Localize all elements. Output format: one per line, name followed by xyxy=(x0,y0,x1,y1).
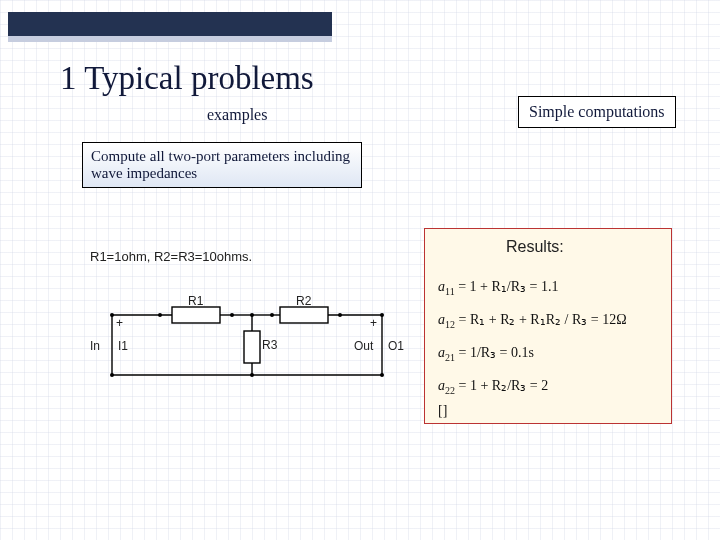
in-port-label: In xyxy=(90,339,100,353)
o1-label: O1 xyxy=(388,339,404,353)
svg-point-12 xyxy=(110,313,114,317)
results-title: Results: xyxy=(506,238,564,256)
svg-point-21 xyxy=(338,313,342,317)
svg-rect-1 xyxy=(172,307,220,323)
eq-a22: a22 = 1 + R₂/R₃ = 2 xyxy=(438,377,548,396)
header-bar xyxy=(8,12,332,42)
svg-point-13 xyxy=(110,373,114,377)
out-port-label: Out xyxy=(354,339,374,353)
circuit-diagram: R1 R2 R3 + + In I1 Out O1 xyxy=(82,295,412,405)
plus-right: + xyxy=(370,316,377,330)
r1-label: R1 xyxy=(188,295,204,308)
i1-label: I1 xyxy=(118,339,128,353)
svg-point-19 xyxy=(230,313,234,317)
svg-rect-4 xyxy=(280,307,328,323)
eq-bracket: [] xyxy=(438,403,447,419)
circuit-values-caption: R1=1ohm, R2=R3=10ohms. xyxy=(90,249,252,264)
simple-computations-box: Simple computations xyxy=(518,96,676,128)
svg-rect-11 xyxy=(244,331,260,363)
eq-a12: a12 = R₁ + R₂ + R₁R₂ / R₃ = 12Ω xyxy=(438,311,627,330)
svg-point-15 xyxy=(250,373,254,377)
eq-a21: a21 = 1/R₃ = 0.1s xyxy=(438,344,534,363)
svg-point-20 xyxy=(270,313,274,317)
slide-subtitle: examples xyxy=(207,106,267,124)
task-statement-box: Compute all two-port parameters includin… xyxy=(82,142,362,188)
svg-point-14 xyxy=(250,313,254,317)
svg-point-18 xyxy=(158,313,162,317)
r2-label: R2 xyxy=(296,295,312,308)
svg-point-17 xyxy=(380,373,384,377)
svg-point-16 xyxy=(380,313,384,317)
eq-a11: a11 = 1 + R₁/R₃ = 1.1 xyxy=(438,278,558,297)
plus-left: + xyxy=(116,316,123,330)
r3-label: R3 xyxy=(262,338,278,352)
slide-title: 1 Typical problems xyxy=(60,60,314,97)
